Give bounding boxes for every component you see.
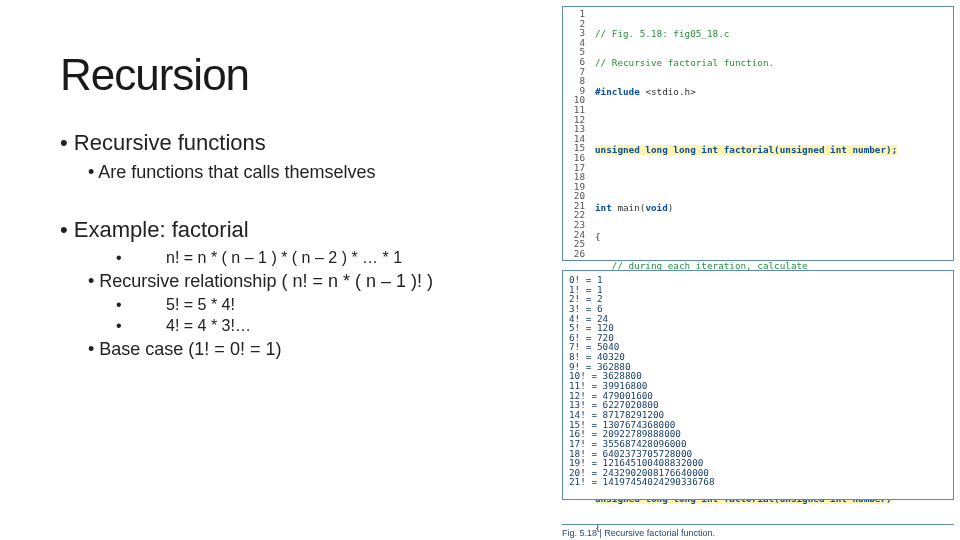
output-line: 5! = 120 [569,323,947,333]
code-line-numbers: 1234567891011121314151617181920212223242… [563,9,591,258]
bullet-level2: Recursive relationship ( n! = n * ( n – … [88,271,530,292]
output-line: 1! = 1 [569,285,947,295]
bullet-level1: Example: factorial [60,217,530,243]
output-line: 21! = 14197454024290336768 [569,477,947,487]
slide-text-column: Recursion Recursive functions Are functi… [60,50,530,364]
bullet-level3: 4! = 4 * 3!… [116,317,530,335]
figure-caption: Fig. 5.18 | Recursive factorial function… [562,524,954,538]
output-line: 6! = 720 [569,333,947,343]
bullet-level3: n! = n * ( n – 1 ) * ( n – 2 ) * … * 1 [116,249,530,267]
code-listing: 1234567891011121314151617181920212223242… [562,6,954,261]
bullet-level3: 5! = 5 * 4! [116,296,530,314]
slide-title: Recursion [60,50,530,100]
bullet-level2: Are functions that calls themselves [88,162,530,183]
output-panel: 0! = 11! = 12! = 23! = 64! = 245! = 1206… [562,270,954,500]
output-line: 2! = 2 [569,294,947,304]
output-line: 0! = 1 [569,275,947,285]
bullet-level2: Base case (1! = 0! = 1) [88,339,530,360]
bullet-level1: Recursive functions [60,130,530,156]
output-line: 7! = 5040 [569,342,947,352]
output-line: 3! = 6 [569,304,947,314]
code-listing-panel: 1234567891011121314151617181920212223242… [562,6,954,261]
output-line: 4! = 24 [569,314,947,324]
